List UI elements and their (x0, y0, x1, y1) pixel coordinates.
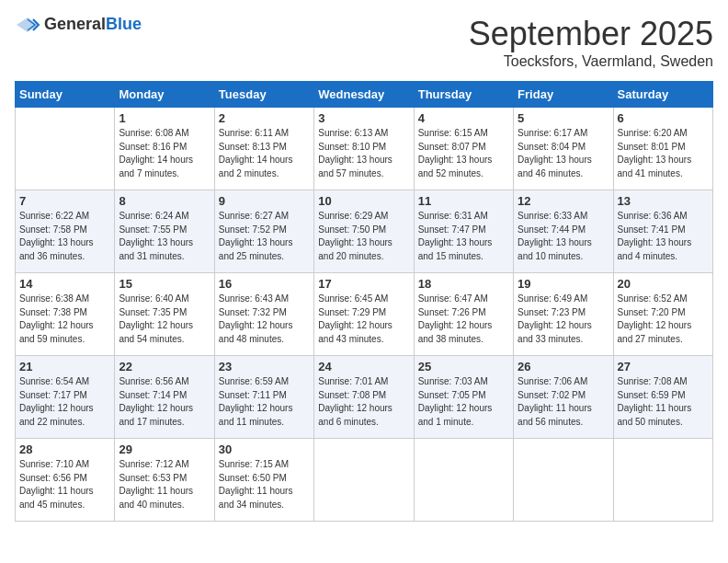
day-info: Sunrise: 6:13 AM Sunset: 8:10 PM Dayligh… (318, 127, 409, 180)
calendar-cell: 16Sunrise: 6:43 AM Sunset: 7:32 PM Dayli… (214, 273, 313, 356)
day-number: 2 (219, 111, 310, 125)
header-sunday: Sunday (16, 82, 115, 108)
day-number: 19 (518, 277, 609, 291)
calendar-cell: 2Sunrise: 6:11 AM Sunset: 8:13 PM Daylig… (214, 108, 313, 190)
day-info: Sunrise: 6:22 AM Sunset: 7:58 PM Dayligh… (19, 210, 110, 263)
day-number: 3 (318, 111, 409, 125)
day-info: Sunrise: 6:33 AM Sunset: 7:44 PM Dayligh… (518, 210, 609, 263)
day-info: Sunrise: 7:12 AM Sunset: 6:53 PM Dayligh… (119, 458, 210, 511)
calendar-cell: 8Sunrise: 6:24 AM Sunset: 7:55 PM Daylig… (115, 190, 214, 273)
day-info: Sunrise: 6:45 AM Sunset: 7:29 PM Dayligh… (318, 293, 409, 346)
calendar-header-row: SundayMondayTuesdayWednesdayThursdayFrid… (16, 82, 713, 108)
calendar-cell (16, 108, 115, 190)
calendar-cell (613, 439, 712, 522)
day-number: 22 (119, 360, 210, 373)
day-number: 4 (418, 111, 509, 125)
calendar-cell: 1Sunrise: 6:08 AM Sunset: 8:16 PM Daylig… (115, 108, 214, 190)
day-info: Sunrise: 6:17 AM Sunset: 8:04 PM Dayligh… (518, 127, 609, 180)
day-number: 12 (518, 194, 609, 208)
title-area: September 2025 Toecksfors, Vaermland, Sw… (469, 15, 713, 70)
header-wednesday: Wednesday (314, 82, 414, 108)
calendar-cell (414, 439, 513, 522)
calendar-cell: 22Sunrise: 6:56 AM Sunset: 7:14 PM Dayli… (115, 356, 214, 439)
day-number: 10 (318, 194, 409, 208)
day-number: 16 (219, 277, 310, 291)
day-number: 26 (518, 360, 609, 373)
calendar-cell: 6Sunrise: 6:20 AM Sunset: 8:01 PM Daylig… (613, 108, 712, 190)
page-header: GeneralBlue September 2025 Toecksfors, V… (15, 15, 713, 70)
calendar-cell: 30Sunrise: 7:15 AM Sunset: 6:50 PM Dayli… (214, 439, 313, 522)
day-info: Sunrise: 7:10 AM Sunset: 6:56 PM Dayligh… (19, 458, 110, 511)
week-row-5: 28Sunrise: 7:10 AM Sunset: 6:56 PM Dayli… (16, 439, 713, 522)
calendar-cell: 13Sunrise: 6:36 AM Sunset: 7:41 PM Dayli… (613, 190, 712, 273)
week-row-1: 1Sunrise: 6:08 AM Sunset: 8:16 PM Daylig… (16, 108, 713, 190)
day-info: Sunrise: 7:15 AM Sunset: 6:50 PM Dayligh… (219, 458, 310, 511)
logo-blue-text: Blue (106, 15, 142, 33)
day-info: Sunrise: 6:24 AM Sunset: 7:55 PM Dayligh… (119, 210, 210, 263)
day-info: Sunrise: 6:15 AM Sunset: 8:07 PM Dayligh… (418, 127, 509, 180)
calendar-cell: 7Sunrise: 6:22 AM Sunset: 7:58 PM Daylig… (16, 190, 115, 273)
day-info: Sunrise: 6:20 AM Sunset: 8:01 PM Dayligh… (618, 127, 709, 180)
calendar-cell: 17Sunrise: 6:45 AM Sunset: 7:29 PM Dayli… (314, 273, 414, 356)
header-friday: Friday (514, 82, 613, 108)
day-info: Sunrise: 6:38 AM Sunset: 7:38 PM Dayligh… (19, 293, 110, 346)
calendar-cell: 4Sunrise: 6:15 AM Sunset: 8:07 PM Daylig… (414, 108, 513, 190)
day-info: Sunrise: 6:56 AM Sunset: 7:14 PM Dayligh… (119, 375, 210, 429)
calendar-cell: 14Sunrise: 6:38 AM Sunset: 7:38 PM Dayli… (16, 273, 115, 356)
header-saturday: Saturday (613, 82, 712, 108)
day-number: 14 (19, 277, 110, 291)
day-info: Sunrise: 6:47 AM Sunset: 7:26 PM Dayligh… (418, 293, 509, 346)
day-info: Sunrise: 6:49 AM Sunset: 7:23 PM Dayligh… (518, 293, 609, 346)
day-info: Sunrise: 6:43 AM Sunset: 7:32 PM Dayligh… (219, 293, 310, 346)
calendar-cell: 28Sunrise: 7:10 AM Sunset: 6:56 PM Dayli… (16, 439, 115, 522)
calendar-cell: 23Sunrise: 6:59 AM Sunset: 7:11 PM Dayli… (214, 356, 313, 439)
day-info: Sunrise: 6:52 AM Sunset: 7:20 PM Dayligh… (618, 293, 709, 346)
day-number: 18 (418, 277, 509, 291)
calendar-cell: 10Sunrise: 6:29 AM Sunset: 7:50 PM Dayli… (314, 190, 414, 273)
calendar-cell: 20Sunrise: 6:52 AM Sunset: 7:20 PM Dayli… (613, 273, 712, 356)
day-number: 7 (19, 194, 110, 208)
day-number: 1 (119, 111, 210, 125)
week-row-4: 21Sunrise: 6:54 AM Sunset: 7:17 PM Dayli… (16, 356, 713, 439)
calendar-cell: 21Sunrise: 6:54 AM Sunset: 7:17 PM Dayli… (16, 356, 115, 439)
calendar-body: 1Sunrise: 6:08 AM Sunset: 8:16 PM Daylig… (16, 108, 713, 522)
calendar-cell: 19Sunrise: 6:49 AM Sunset: 7:23 PM Dayli… (514, 273, 613, 356)
day-number: 24 (318, 360, 409, 373)
week-row-3: 14Sunrise: 6:38 AM Sunset: 7:38 PM Dayli… (16, 273, 713, 356)
day-number: 25 (418, 360, 509, 373)
logo-general-text: General (44, 15, 106, 33)
day-number: 13 (618, 194, 709, 208)
day-number: 5 (518, 111, 609, 125)
logo: GeneralBlue (15, 15, 142, 34)
day-number: 17 (318, 277, 409, 291)
day-number: 28 (19, 442, 110, 456)
day-number: 29 (119, 442, 210, 456)
header-monday: Monday (115, 82, 214, 108)
calendar-cell: 27Sunrise: 7:08 AM Sunset: 6:59 PM Dayli… (613, 356, 712, 439)
month-title: September 2025 (469, 15, 713, 53)
calendar-cell: 12Sunrise: 6:33 AM Sunset: 7:44 PM Dayli… (514, 190, 613, 273)
location-title: Toecksfors, Vaermland, Sweden (469, 53, 713, 70)
calendar-cell: 26Sunrise: 7:06 AM Sunset: 7:02 PM Dayli… (514, 356, 613, 439)
day-number: 15 (119, 277, 210, 291)
day-info: Sunrise: 7:06 AM Sunset: 7:02 PM Dayligh… (518, 375, 609, 429)
day-info: Sunrise: 6:54 AM Sunset: 7:17 PM Dayligh… (19, 375, 110, 429)
header-thursday: Thursday (414, 82, 513, 108)
day-number: 30 (219, 442, 310, 456)
calendar-cell: 24Sunrise: 7:01 AM Sunset: 7:08 PM Dayli… (314, 356, 414, 439)
day-number: 9 (219, 194, 310, 208)
day-number: 23 (219, 360, 310, 373)
day-info: Sunrise: 6:40 AM Sunset: 7:35 PM Dayligh… (119, 293, 210, 346)
day-info: Sunrise: 6:11 AM Sunset: 8:13 PM Dayligh… (219, 127, 310, 180)
day-info: Sunrise: 6:27 AM Sunset: 7:52 PM Dayligh… (219, 210, 310, 263)
day-info: Sunrise: 6:36 AM Sunset: 7:41 PM Dayligh… (618, 210, 709, 263)
calendar-cell: 15Sunrise: 6:40 AM Sunset: 7:35 PM Dayli… (115, 273, 214, 356)
calendar-table: SundayMondayTuesdayWednesdayThursdayFrid… (15, 81, 713, 522)
day-number: 11 (418, 194, 509, 208)
calendar-cell: 25Sunrise: 7:03 AM Sunset: 7:05 PM Dayli… (414, 356, 513, 439)
calendar-cell (514, 439, 613, 522)
day-number: 8 (119, 194, 210, 208)
day-info: Sunrise: 6:29 AM Sunset: 7:50 PM Dayligh… (318, 210, 409, 263)
header-tuesday: Tuesday (214, 82, 313, 108)
calendar-cell (314, 439, 414, 522)
